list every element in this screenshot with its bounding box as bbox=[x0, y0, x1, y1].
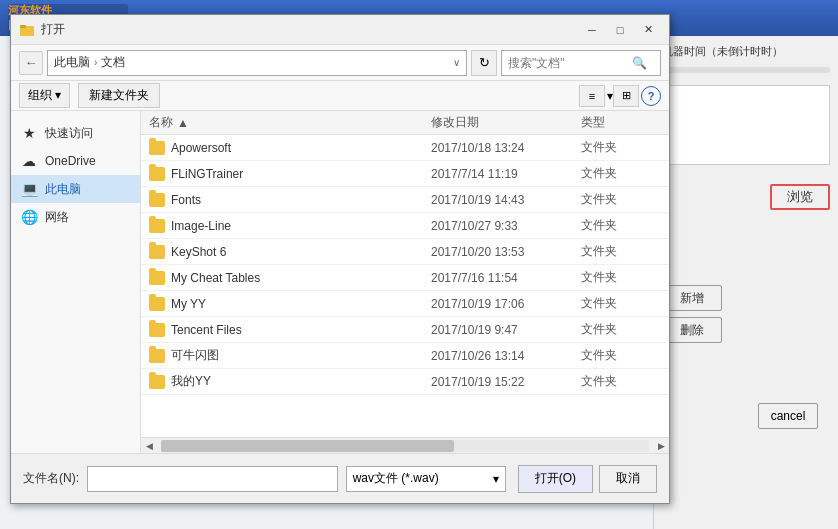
file-type-cell: 文件夹 bbox=[581, 347, 661, 364]
browse-button[interactable]: 浏览 bbox=[770, 184, 830, 210]
file-date-cell: 2017/10/27 9:33 bbox=[431, 219, 581, 233]
file-name-text: Image-Line bbox=[171, 219, 231, 233]
file-type-cell: 文件夹 bbox=[581, 269, 661, 286]
folder-icon bbox=[149, 349, 165, 363]
filename-input[interactable] bbox=[87, 466, 338, 492]
nav-item-network[interactable]: 🌐网络 bbox=[11, 203, 140, 231]
file-name-text: 可牛闪图 bbox=[171, 347, 219, 364]
file-name-cell: My YY bbox=[149, 297, 431, 311]
folder-icon bbox=[149, 297, 165, 311]
nav-item-onedrive[interactable]: ☁OneDrive bbox=[11, 147, 140, 175]
organize-button[interactable]: 组织 ▾ bbox=[19, 83, 70, 108]
actions-toolbar: 组织 ▾ 新建文件夹 ≡ ▾ ⊞ ? bbox=[11, 81, 669, 111]
bottom-actions: 打开(O) 取消 bbox=[518, 465, 657, 493]
cancel-right-button[interactable]: cancel bbox=[758, 403, 818, 429]
table-row[interactable]: 可牛闪图2017/10/26 13:14文件夹 bbox=[141, 343, 669, 369]
this-pc-icon: 💻 bbox=[21, 181, 37, 197]
nav-item-this-pc[interactable]: 💻此电脑 bbox=[11, 175, 140, 203]
file-name-text: 我的YY bbox=[171, 373, 211, 390]
nav-item-label: OneDrive bbox=[45, 154, 96, 168]
file-name-cell: FLiNGTrainer bbox=[149, 167, 431, 181]
file-name-text: My Cheat Tables bbox=[171, 271, 260, 285]
view-grid-button[interactable]: ⊞ bbox=[613, 85, 639, 107]
horizontal-scrollbar[interactable]: ◀ ▶ bbox=[141, 437, 669, 453]
folder-icon bbox=[149, 219, 165, 233]
minimize-button[interactable]: ─ bbox=[579, 20, 605, 40]
column-date[interactable]: 修改日期 bbox=[431, 114, 581, 131]
search-input[interactable] bbox=[508, 56, 628, 70]
file-name-text: My YY bbox=[171, 297, 206, 311]
search-box[interactable]: 🔍 bbox=[501, 50, 661, 76]
filetype-select[interactable]: wav文件 (*.wav) ▾ bbox=[346, 466, 506, 492]
nav-item-label: 网络 bbox=[45, 209, 69, 226]
table-row[interactable]: My Cheat Tables2017/7/16 11:54文件夹 bbox=[141, 265, 669, 291]
dialog-title: 打开 bbox=[41, 21, 65, 38]
table-row[interactable]: KeyShot 62017/10/20 13:53文件夹 bbox=[141, 239, 669, 265]
refresh-button[interactable]: ↻ bbox=[471, 50, 497, 76]
file-name-cell: 我的YY bbox=[149, 373, 431, 390]
folder-icon bbox=[149, 323, 165, 337]
scroll-right-arrow[interactable]: ▶ bbox=[653, 438, 669, 454]
file-type-cell: 文件夹 bbox=[581, 139, 661, 156]
title-bar: 打开 ─ □ ✕ bbox=[11, 15, 669, 45]
file-date-cell: 2017/10/19 9:47 bbox=[431, 323, 581, 337]
scroll-track[interactable] bbox=[161, 440, 649, 452]
nav-item-quick-access[interactable]: ★快速访问 bbox=[11, 119, 140, 147]
file-name-cell: KeyShot 6 bbox=[149, 245, 431, 259]
right-panel-progress bbox=[662, 67, 830, 73]
open-button[interactable]: 打开(O) bbox=[518, 465, 593, 493]
table-row[interactable]: Apowersoft2017/10/18 13:24文件夹 bbox=[141, 135, 669, 161]
table-row[interactable]: Tencent Files2017/10/19 9:47文件夹 bbox=[141, 317, 669, 343]
folder-icon bbox=[149, 245, 165, 259]
file-name-cell: Image-Line bbox=[149, 219, 431, 233]
svg-rect-2 bbox=[20, 25, 26, 28]
title-bar-left: 打开 bbox=[19, 21, 65, 38]
file-name-cell: Apowersoft bbox=[149, 141, 431, 155]
file-type-cell: 文件夹 bbox=[581, 321, 661, 338]
file-name-cell: My Cheat Tables bbox=[149, 271, 431, 285]
scroll-thumb[interactable] bbox=[161, 440, 454, 452]
file-name-text: Fonts bbox=[171, 193, 201, 207]
filename-label: 文件名(N): bbox=[23, 470, 79, 487]
table-row[interactable]: 我的YY2017/10/19 15:22文件夹 bbox=[141, 369, 669, 395]
column-type[interactable]: 类型 bbox=[581, 114, 661, 131]
help-button[interactable]: ? bbox=[641, 86, 661, 106]
view-list-button[interactable]: ≡ bbox=[579, 85, 605, 107]
folder-icon bbox=[149, 141, 165, 155]
delete-button[interactable]: 删除 bbox=[662, 317, 722, 343]
file-date-cell: 2017/7/14 11:19 bbox=[431, 167, 581, 181]
file-date-cell: 2017/10/26 13:14 bbox=[431, 349, 581, 363]
add-button[interactable]: 新增 bbox=[662, 285, 722, 311]
filetype-label: wav文件 (*.wav) bbox=[353, 470, 439, 487]
file-name-text: KeyShot 6 bbox=[171, 245, 226, 259]
column-name[interactable]: 名称 ▲ bbox=[149, 114, 431, 131]
back-button[interactable]: ← bbox=[19, 51, 43, 75]
new-folder-button[interactable]: 新建文件夹 bbox=[78, 83, 160, 108]
file-date-cell: 2017/10/19 14:43 bbox=[431, 193, 581, 207]
path-root: 此电脑 bbox=[54, 54, 90, 71]
maximize-button[interactable]: □ bbox=[607, 20, 633, 40]
table-row[interactable]: Image-Line2017/10/27 9:33文件夹 bbox=[141, 213, 669, 239]
file-name-cell: Tencent Files bbox=[149, 323, 431, 337]
address-toolbar: ← 此电脑 › 文档 ∨ ↻ 🔍 bbox=[11, 45, 669, 81]
title-bar-controls: ─ □ ✕ bbox=[579, 20, 661, 40]
file-type-cell: 文件夹 bbox=[581, 243, 661, 260]
dialog-icon bbox=[19, 22, 35, 38]
cancel-button[interactable]: 取消 bbox=[599, 465, 657, 493]
file-list-header: 名称 ▲ 修改日期 类型 bbox=[141, 111, 669, 135]
table-row[interactable]: FLiNGTrainer2017/7/14 11:19文件夹 bbox=[141, 161, 669, 187]
file-list: 名称 ▲ 修改日期 类型 Apowersoft2017/10/18 13:24文… bbox=[141, 111, 669, 437]
table-row[interactable]: My YY2017/10/19 17:06文件夹 bbox=[141, 291, 669, 317]
file-rows: Apowersoft2017/10/18 13:24文件夹FLiNGTraine… bbox=[141, 135, 669, 395]
path-breadcrumb[interactable]: 此电脑 › 文档 ∨ bbox=[47, 50, 467, 76]
scroll-left-arrow[interactable]: ◀ bbox=[141, 438, 157, 454]
file-name-text: FLiNGTrainer bbox=[171, 167, 243, 181]
nav-item-label: 快速访问 bbox=[45, 125, 93, 142]
filetype-chevron-icon: ▾ bbox=[493, 472, 499, 486]
right-panel-title: 机器时间（未倒计时时） bbox=[662, 44, 830, 59]
path-dropdown-icon: ∨ bbox=[453, 57, 460, 68]
table-row[interactable]: Fonts2017/10/19 14:43文件夹 bbox=[141, 187, 669, 213]
search-icon: 🔍 bbox=[632, 56, 647, 70]
view-sep: ▾ bbox=[607, 89, 611, 103]
close-button[interactable]: ✕ bbox=[635, 20, 661, 40]
